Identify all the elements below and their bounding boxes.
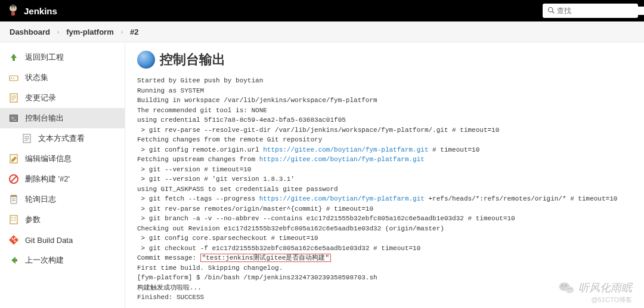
- sidebar-item-label: 文本方式查看: [38, 133, 85, 144]
- console-line: > git --version # 'git version 1.8.3.1': [137, 174, 632, 184]
- console-line: Started by Gitee push by boytian: [137, 76, 632, 86]
- search-input[interactable]: [557, 7, 644, 15]
- svg-point-2: [14, 7, 15, 8]
- svg-point-39: [565, 287, 574, 293]
- console-output: Started by Gitee push by boytianRunning …: [137, 76, 632, 303]
- svg-text:>_: >_: [11, 116, 16, 121]
- sidebar-item-label: 控制台输出: [25, 113, 64, 124]
- svg-point-41: [565, 285, 566, 286]
- watermark: 听风化雨眠: [558, 279, 632, 296]
- arrow-up-icon: [8, 52, 19, 63]
- console-line: > git config remote.origin.url https://g…: [137, 145, 632, 155]
- console-line: > git fetch --tags --progress https://gi…: [137, 194, 632, 204]
- breadcrumb-project[interactable]: fym-platform: [66, 27, 113, 36]
- console-line: Commit message: "test:jenkins测试gitee是否自动…: [137, 253, 632, 263]
- watermark-sub: @51CTO博客: [592, 295, 632, 304]
- sidebar-item-label: 上一次构建: [25, 255, 64, 266]
- sidebar-item-git[interactable]: Git Build Data: [0, 230, 125, 250]
- breadcrumb: Dashboard › fym-platform › #2: [0, 21, 644, 42]
- svg-rect-25: [11, 195, 17, 197]
- sidebar-item-label: 状态集: [25, 72, 48, 83]
- svg-point-8: [11, 78, 12, 79]
- status-ball-icon: [137, 51, 155, 69]
- commit-hash: e1c17d21555b32ebfc805a162c6e5aadb1e03d32: [212, 245, 369, 252]
- svg-rect-28: [10, 215, 17, 224]
- console-link[interactable]: https://gitee.com/boytian/fym-platfarm.g…: [259, 195, 425, 202]
- sidebar-item-label: 轮询日志: [25, 194, 56, 205]
- console-link[interactable]: https://gitee.com/boytian/fym-platfarm.g…: [259, 156, 425, 163]
- status-icon: [8, 72, 19, 83]
- console-line: using GIT_ASKPASS to set credentials git…: [137, 184, 632, 195]
- svg-line-23: [11, 176, 17, 182]
- svg-rect-3: [11, 5, 16, 7]
- console-line: > git checkout -f e1c17d21555b32ebfc805a…: [137, 244, 632, 254]
- svg-point-1: [11, 7, 13, 8]
- search-icon: [547, 7, 555, 16]
- changes-icon: [8, 93, 19, 103]
- console-line: Fetching changes from the remote Git rep…: [137, 135, 632, 145]
- sidebar-item-status[interactable]: 状态集: [0, 67, 125, 88]
- sidebar-item-label: 返回到工程: [25, 52, 64, 63]
- jenkins-logo[interactable]: Jenkins: [6, 3, 57, 19]
- svg-point-5: [549, 7, 553, 12]
- top-header: Jenkins: [0, 0, 644, 21]
- jenkins-icon: [6, 3, 20, 19]
- console-line: Building in workspace /var/lib/jenkins/w…: [137, 96, 632, 106]
- breadcrumb-dashboard[interactable]: Dashboard: [10, 27, 50, 36]
- svg-line-6: [552, 11, 554, 13]
- chevron-right-icon: ›: [121, 29, 123, 35]
- breadcrumb-build[interactable]: #2: [130, 27, 138, 36]
- sidebar: 返回到工程状态集变更记录>_控制台输出文本方式查看编辑编译信息删除构建 '#2'…: [0, 42, 125, 308]
- sidebar-item-label: 参数: [25, 214, 41, 225]
- console-line: > git branch -a -v --no-abbrev --contain…: [137, 214, 632, 224]
- sidebar-item-prev[interactable]: 上一次构建: [0, 250, 125, 270]
- sidebar-item-delete[interactable]: 删除构建 '#2': [0, 169, 125, 189]
- sidebar-item-label: 编辑编译信息: [25, 153, 72, 164]
- sidebar-item-poll[interactable]: 轮询日志: [0, 189, 125, 210]
- sidebar-item-label: Git Build Data: [25, 236, 73, 245]
- sidebar-item-changes[interactable]: 变更记录: [0, 88, 125, 108]
- console-line: Checking out Revision e1c17d21555b32ebfc…: [137, 224, 632, 234]
- console-line: The recommended git tool is: NONE: [137, 106, 632, 116]
- sidebar-item-arrow-up[interactable]: 返回到工程: [0, 47, 125, 67]
- sidebar-item-params[interactable]: 参数: [0, 210, 125, 230]
- content: 控制台输出 Started by Gitee push by boytianRu…: [125, 42, 644, 308]
- delete-icon: [8, 174, 19, 184]
- params-icon: [8, 214, 19, 225]
- search-box[interactable]: [543, 4, 638, 18]
- console-line: using credential 5f11c7a8-8c59-4ea2-bfa5…: [137, 115, 632, 125]
- chevron-right-icon: ›: [57, 29, 59, 35]
- page-title: 控制台输出: [160, 51, 225, 69]
- edit-icon: [8, 153, 19, 164]
- svg-point-9: [13, 78, 14, 79]
- console-line: Fetching upstream changes from https://g…: [137, 155, 632, 165]
- console-line: First time build. Skipping changelog.: [137, 263, 632, 273]
- console-link[interactable]: https://gitee.com/boytian/fym-platfarm.g…: [263, 146, 428, 153]
- console-line: Running as SYSTEM: [137, 86, 632, 96]
- watermark-name: 听风化雨眠: [578, 281, 632, 295]
- jenkins-title: Jenkins: [24, 6, 57, 16]
- svg-point-40: [562, 285, 563, 286]
- sidebar-item-text[interactable]: 文本方式查看: [0, 128, 125, 149]
- poll-icon: [8, 194, 19, 205]
- console-line: > git --version # timeout=10: [137, 165, 632, 175]
- sidebar-item-label: 变更记录: [25, 93, 56, 103]
- page-header: 控制台输出: [137, 51, 632, 69]
- console-icon: >_: [8, 113, 19, 124]
- text-icon: [21, 133, 32, 144]
- console-line: > git rev-parse --resolve-git-dir /var/l…: [137, 125, 632, 135]
- wechat-icon: [558, 279, 575, 296]
- console-line: > git rev-parse remotes/origin/master^{c…: [137, 204, 632, 214]
- git-icon: [8, 235, 19, 245]
- svg-rect-4: [11, 12, 15, 16]
- console-line: > git config core.sparsecheckout # timeo…: [137, 233, 632, 244]
- highlight-box: "test:jenkins测试gitee是否自动构建": [200, 254, 331, 262]
- svg-point-42: [568, 288, 569, 289]
- sidebar-item-label: 删除构建 '#2': [25, 174, 70, 184]
- prev-icon: [8, 255, 19, 266]
- sidebar-item-console[interactable]: >_控制台输出: [0, 108, 125, 128]
- svg-point-43: [571, 288, 572, 289]
- sidebar-item-edit[interactable]: 编辑编译信息: [0, 149, 125, 169]
